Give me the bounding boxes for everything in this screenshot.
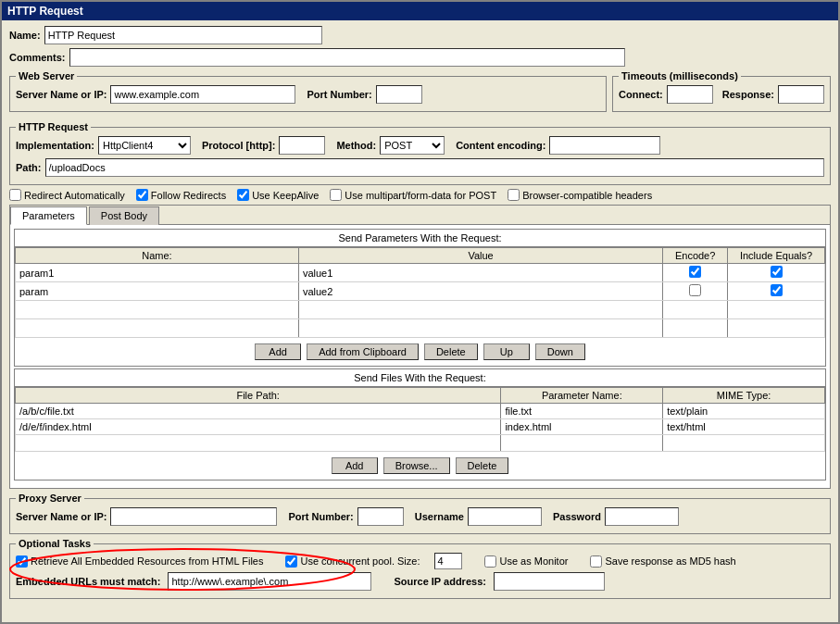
concurrent-label: Use concurrent pool. Size: [300, 555, 420, 567]
name-input[interactable] [44, 26, 322, 44]
main-window: HTTP Request Name: Comments: Web Server … [0, 0, 840, 624]
browser-headers-checkbox[interactable] [508, 189, 520, 201]
proxy-server-label: Server Name or IP: [16, 511, 107, 522]
implementation-select[interactable]: HttpClient4 HttpClient3.1 Java [98, 136, 191, 155]
embedded-label: Embedded URLs must match: [16, 576, 160, 587]
params-btn-row: Add Add from Clipboard Delete Up Down [15, 343, 825, 360]
redirect-label: Redirect Automatically [24, 190, 125, 201]
response-input[interactable] [778, 85, 824, 104]
proxy-username-label: Username [415, 511, 464, 522]
proxy-port-input[interactable] [357, 507, 404, 526]
files-delete-button[interactable]: Delete [456, 457, 509, 474]
server-ip-label: Server Name or IP: [16, 89, 107, 100]
table-row-empty2 [16, 319, 825, 338]
params-table: Name: Value Encode? Include Equals? para… [15, 247, 825, 338]
col-filepath-header: File Path: [16, 388, 501, 404]
method-select[interactable]: GET POST PUT DELETE HEAD [380, 136, 445, 155]
implementation-label: Implementation: [16, 140, 94, 151]
params-down-button[interactable]: Down [535, 343, 585, 360]
file-row: /d/e/f/index.html index.html text/html [16, 419, 825, 435]
embedded-row: Embedded URLs must match: Source IP addr… [16, 572, 824, 591]
monitor-checkbox[interactable] [484, 555, 496, 568]
tab-post-body[interactable]: Post Body [89, 206, 159, 225]
comments-input[interactable] [69, 48, 625, 67]
encode-check-1[interactable] [689, 266, 701, 278]
files-table-wrapper: File Path: Parameter Name: MIME Type: /a… [15, 387, 825, 452]
path-input[interactable] [45, 158, 825, 177]
proxy-row: Server Name or IP: Port Number: Username… [16, 507, 824, 526]
server-ip-row: Server Name or IP: Port Number: [16, 85, 600, 104]
content-encoding-label: Content encoding: [456, 140, 545, 151]
connect-label: Connect: [619, 89, 663, 100]
window-title: HTTP Request [7, 5, 83, 18]
file2-mime: text/html [663, 419, 825, 435]
tabs-container: Parameters Post Body Send Parameters Wit… [9, 205, 831, 489]
files-btn-row: Add Browse... Delete [15, 457, 825, 474]
table-row-empty [16, 301, 825, 319]
port-label: Port Number: [307, 89, 371, 100]
file-row-empty [16, 435, 825, 452]
proxy-password-input[interactable] [605, 507, 679, 526]
proxy-password-label: Password [553, 511, 601, 522]
retrieve-checkbox[interactable] [16, 555, 28, 568]
multipart-checkbox[interactable] [330, 189, 342, 201]
param2-equals [728, 282, 825, 301]
comments-row: Comments: [9, 48, 831, 67]
tab-bar: Parameters Post Body [10, 206, 830, 225]
send-params-header: Send Parameters With the Request: [15, 230, 825, 247]
keepalive-checkbox[interactable] [237, 189, 249, 201]
follow-label: Follow Redirects [151, 190, 226, 201]
content-encoding-input[interactable] [549, 136, 660, 155]
equals-check-2[interactable] [771, 284, 783, 296]
params-delete-button[interactable]: Delete [424, 343, 478, 360]
file1-param: file.txt [501, 404, 663, 419]
retrieve-label: Retrieve All Embedded Resources from HTM… [31, 555, 263, 567]
redirect-checkbox[interactable] [9, 189, 21, 201]
file1-path: /a/b/c/file.txt [16, 404, 501, 419]
port-input[interactable] [376, 85, 422, 104]
col-equals-header: Include Equals? [728, 248, 825, 264]
browser-headers-label: Browser-compatible headers [522, 190, 652, 201]
send-files-header: Send Files With the Request: [15, 369, 825, 387]
params-add-button[interactable]: Add [255, 343, 301, 360]
concurrent-size-input[interactable] [434, 553, 462, 569]
multipart-label: Use multipart/form-data for POST [345, 190, 496, 201]
concurrent-checkbox[interactable] [285, 555, 297, 568]
equals-check-1[interactable] [771, 266, 783, 278]
file2-param: index.html [501, 419, 663, 435]
param1-equals [728, 264, 825, 282]
http-params-row: Implementation: HttpClient4 HttpClient3.… [16, 136, 824, 155]
follow-checkbox[interactable] [136, 189, 148, 201]
tab-content: Send Parameters With the Request: Name: … [10, 225, 830, 488]
file1-mime: text/plain [663, 404, 825, 419]
table-row: param value2 [16, 282, 825, 301]
save-md5-checkbox[interactable] [590, 555, 602, 568]
monitor-checkbox-item: Use as Monitor [484, 555, 568, 568]
proxy-server-section: Proxy Server Server Name or IP: Port Num… [9, 493, 831, 534]
embedded-input[interactable] [168, 572, 371, 591]
files-add-button[interactable]: Add [332, 457, 378, 474]
files-area: Send Files With the Request: File Path: … [14, 368, 826, 480]
tab-parameters[interactable]: Parameters [10, 206, 87, 225]
proxy-server-input[interactable] [110, 507, 277, 526]
web-server-legend: Web Server [16, 70, 77, 81]
file-row: /a/b/c/file.txt file.txt text/plain [16, 404, 825, 419]
source-ip-label: Source IP address: [394, 576, 485, 587]
col-param-header: Parameter Name: [501, 388, 663, 404]
params-add-clipboard-button[interactable]: Add from Clipboard [307, 343, 419, 360]
server-ip-input[interactable] [110, 85, 295, 104]
response-label: Response: [722, 89, 774, 100]
proxy-username-input[interactable] [468, 507, 542, 526]
encode-check-2[interactable] [689, 284, 701, 296]
save-md5-checkbox-item: Save response as MD5 hash [590, 555, 735, 568]
name-label: Name: [9, 30, 41, 41]
source-ip-input[interactable] [494, 572, 605, 591]
proxy-port-label: Port Number: [288, 511, 353, 522]
connect-input[interactable] [667, 85, 713, 104]
protocol-input[interactable] [279, 136, 325, 155]
files-browse-button[interactable]: Browse... [383, 457, 450, 474]
protocol-label: Protocol [http]: [202, 140, 275, 151]
param1-value: value1 [298, 264, 662, 282]
params-up-button[interactable]: Up [483, 343, 530, 360]
col-mime-header: MIME Type: [663, 388, 825, 404]
